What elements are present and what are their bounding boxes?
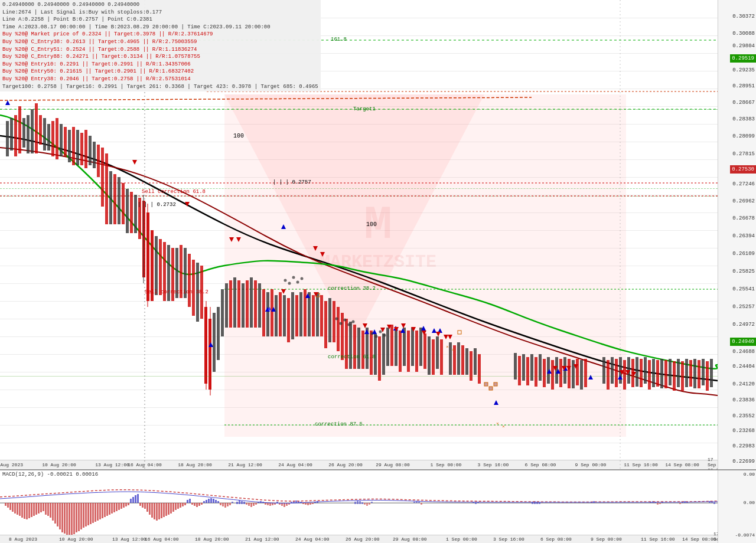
svg-point-167: [296, 281, 299, 284]
svg-rect-343: [269, 503, 271, 506]
svg-rect-250: [47, 503, 49, 516]
svg-rect-143: [644, 357, 647, 384]
svg-rect-24: [101, 148, 104, 207]
macd-time-5: 18 Aug 20:00: [195, 537, 229, 542]
macd-main-line: [0, 492, 718, 503]
svg-rect-156: [698, 360, 700, 388]
target-line: Target100: 0.2758 | Target16: 0.2991 | T…: [2, 83, 318, 91]
svg-rect-128: [568, 359, 571, 388]
svg-rect-109: [457, 342, 460, 375]
svg-rect-22: [93, 142, 96, 168]
svg-rect-20: [84, 130, 87, 168]
svg-rect-155: [693, 359, 696, 388]
svg-rect-7: [31, 109, 34, 153]
svg-rect-104: [432, 339, 435, 375]
svg-rect-234: [9, 503, 11, 510]
svg-rect-184: [484, 382, 488, 386]
svg-rect-268: [90, 503, 92, 524]
price-22699: 0.22699: [732, 458, 755, 465]
svg-rect-82: [341, 313, 344, 360]
svg-rect-146: [656, 360, 659, 387]
buy-line-6: Buy %20@ Entry50: 0.21615 || Target:0.29…: [2, 68, 318, 76]
svg-rect-130: [576, 359, 579, 385]
svg-rect-397: [713, 502, 715, 504]
price-30372: 0.30372: [732, 13, 755, 20]
svg-rect-27: [113, 174, 116, 224]
svg-rect-256: [61, 503, 63, 532]
svg-rect-284: [128, 503, 129, 505]
svg-rect-295: [154, 503, 155, 519]
svg-rect-278: [113, 503, 115, 512]
macd-panel: MACD(12,26,9) -0.00021 0.00016: [0, 469, 756, 543]
svg-rect-391: [679, 503, 681, 504]
svg-rect-71: [295, 295, 298, 336]
svg-rect-371: [371, 502, 373, 503]
macd-time-4: 16 Aug 04:00: [145, 537, 179, 542]
svg-rect-292: [146, 503, 148, 512]
svg-rect-93: [386, 328, 389, 366]
svg-rect-236: [14, 503, 16, 513]
macd-axis-bot: -0.0074: [735, 532, 755, 538]
svg-marker-187: [5, 100, 10, 105]
svg-rect-267: [87, 503, 89, 525]
svg-rect-274: [104, 503, 106, 517]
price-30088: 0.30088: [732, 30, 755, 37]
svg-rect-69: [287, 298, 290, 342]
price-22983: 0.22983: [732, 443, 755, 450]
svg-rect-110: [461, 345, 464, 375]
level-100-2-label: 100: [366, 221, 377, 228]
macd-signal-line: [0, 490, 718, 502]
svg-rect-354: [295, 501, 297, 503]
svg-rect-63: [262, 289, 265, 336]
svg-rect-29: [122, 183, 125, 224]
svg-rect-237: [17, 503, 18, 515]
buy-line-4: Buy %20@ C_Entry88: 0.24271 || Target:0.…: [2, 53, 318, 61]
svg-rect-359: [307, 503, 309, 505]
svg-rect-151: [677, 359, 680, 387]
svg-rect-308: [184, 503, 186, 505]
svg-rect-122: [543, 359, 546, 387]
info-panel: 0.24940000 0.24940000 0.24940000 0.24940…: [0, 0, 321, 91]
chart-container: M MARKETZSITE 0.24940000 0.24940000 0.24…: [0, 0, 756, 543]
svg-rect-103: [428, 336, 431, 375]
macd-time-13: 9 Sep 00:00: [591, 537, 622, 542]
svg-rect-145: [652, 359, 655, 387]
svg-rect-86: [357, 328, 360, 369]
svg-rect-79: [328, 298, 331, 342]
svg-rect-309: [187, 500, 188, 503]
svg-rect-275: [106, 503, 108, 516]
svg-rect-1: [6, 121, 9, 156]
svg-rect-134: [607, 360, 610, 390]
svg-rect-320: [213, 499, 214, 503]
svg-rect-297: [158, 503, 160, 519]
svg-rect-369: [366, 503, 368, 506]
svg-rect-317: [206, 500, 207, 503]
svg-rect-45: [188, 254, 191, 307]
svg-rect-38: [159, 239, 162, 295]
price-28099: 0.28099: [732, 133, 755, 140]
svg-point-175: [375, 335, 378, 338]
svg-point-169: [335, 318, 338, 320]
price-24120: 0.24120: [732, 381, 755, 388]
svg-rect-106: [440, 339, 443, 375]
svg-rect-282: [123, 503, 125, 508]
svg-rect-46: [192, 260, 195, 316]
svg-rect-310: [189, 499, 191, 503]
svg-rect-281: [120, 503, 122, 509]
svg-rect-251: [50, 503, 51, 518]
svg-rect-233: [7, 503, 9, 508]
svg-rect-19: [80, 133, 83, 165]
svg-rect-2: [10, 118, 13, 151]
svg-rect-244: [33, 503, 35, 516]
svg-rect-262: [76, 503, 77, 532]
price-28951: 0.28951: [732, 83, 755, 90]
svg-rect-255: [59, 503, 61, 529]
svg-rect-374: [418, 502, 420, 503]
buy-line-7: Buy %20@ Entry38: 0.2046 || Target:0.275…: [2, 76, 318, 83]
svg-rect-116: [518, 356, 521, 385]
macd-label: MACD(12,26,9) -0.00021 0.00016: [2, 472, 98, 477]
time-info: Time A:2023.08.17 00:00:00 | Time B:2023…: [2, 24, 318, 31]
svg-rect-83: [345, 319, 348, 369]
svg-marker-206: [132, 160, 137, 165]
svg-rect-120: [535, 357, 537, 387]
